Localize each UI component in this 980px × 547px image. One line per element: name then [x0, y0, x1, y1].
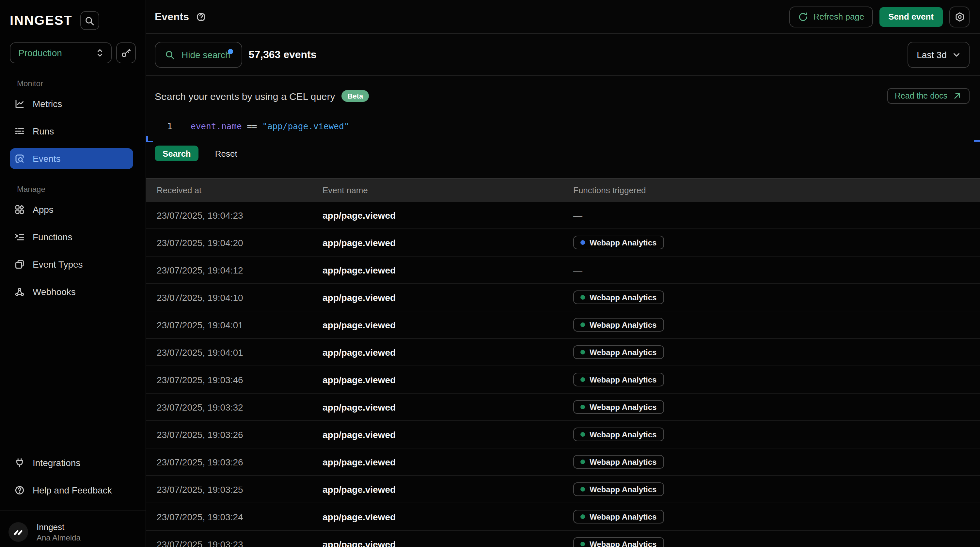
- sidebar-item-label: Integrations: [33, 458, 80, 468]
- page-header: Events Refresh page Send event: [146, 0, 980, 34]
- sidebar-item-events[interactable]: Events: [10, 148, 133, 169]
- send-event-button[interactable]: Send event: [879, 7, 943, 26]
- function-badge[interactable]: Webapp Analytics: [573, 318, 664, 332]
- table-row[interactable]: 23/07/2025, 19:03:26app/page.viewedWebap…: [146, 448, 980, 476]
- function-badge[interactable]: Webapp Analytics: [573, 455, 664, 469]
- table-row[interactable]: 23/07/2025, 19:04:10app/page.viewedWebap…: [146, 284, 980, 312]
- inngest-app: INNGEST Production MonitorMetricsRunsEve…: [0, 0, 980, 547]
- sidebar-logo-row: INNGEST: [0, 0, 146, 30]
- editor-focus-artifact-right: [974, 140, 980, 142]
- sidebar-item-help-and-feedback[interactable]: Help and Feedback: [10, 480, 133, 501]
- user-org: Inngest: [37, 522, 81, 532]
- table-row[interactable]: 23/07/2025, 19:04:01app/page.viewedWebap…: [146, 312, 980, 339]
- search-icon: [164, 49, 175, 60]
- table-row[interactable]: 23/07/2025, 19:03:46app/page.viewedWebap…: [146, 366, 980, 394]
- cell-functions-triggered: Webapp Analytics: [573, 482, 980, 496]
- sidebar-item-apps[interactable]: Apps: [10, 199, 133, 220]
- events-icon: [14, 153, 25, 164]
- function-badge[interactable]: Webapp Analytics: [573, 291, 664, 304]
- reset-button[interactable]: Reset: [215, 148, 237, 158]
- function-badge[interactable]: Webapp Analytics: [573, 235, 664, 250]
- sidebar-search-button[interactable]: [80, 11, 99, 30]
- environment-selector[interactable]: Production: [10, 43, 112, 63]
- runs-icon: [14, 126, 25, 137]
- cell-event-name: app/page.viewed: [323, 539, 573, 547]
- cell-received-at: 23/07/2025, 19:04:20: [157, 237, 323, 248]
- integrations-icon: [14, 458, 25, 468]
- sidebar-item-webhooks[interactable]: Webhooks: [10, 281, 133, 302]
- column-header-received-at: Received at: [157, 185, 323, 195]
- function-badge[interactable]: Webapp Analytics: [573, 373, 664, 386]
- help-icon: [14, 485, 25, 495]
- cell-functions-triggered: Webapp Analytics: [573, 345, 980, 359]
- function-name: Webapp Analytics: [590, 430, 657, 439]
- function-name: Webapp Analytics: [590, 512, 657, 521]
- time-range-selector[interactable]: Last 3d: [908, 41, 970, 68]
- cell-event-name: app/page.viewed: [323, 237, 573, 248]
- sidebar-item-label: Apps: [33, 204, 54, 215]
- refresh-page-label: Refresh page: [813, 12, 864, 22]
- cel-query-line[interactable]: event.name == "app/page.viewed": [191, 121, 349, 132]
- function-badge[interactable]: Webapp Analytics: [573, 400, 664, 414]
- function-badge[interactable]: Webapp Analytics: [573, 510, 664, 523]
- sidebar-item-event-types[interactable]: Event Types: [10, 254, 133, 275]
- function-status-dot-completed: [581, 542, 585, 546]
- read-the-docs-button[interactable]: Read the docs: [888, 88, 970, 104]
- editor-line-number: 1: [155, 121, 172, 132]
- avatar: [8, 522, 28, 542]
- function-badge[interactable]: Webapp Analytics: [573, 345, 664, 359]
- page-help-icon[interactable]: [196, 11, 207, 22]
- function-name: Webapp Analytics: [590, 348, 657, 357]
- sidebar-item-metrics[interactable]: Metrics: [10, 93, 133, 114]
- sidebar-item-functions[interactable]: Functions: [10, 226, 133, 247]
- cell-functions-triggered: Webapp Analytics: [573, 235, 980, 250]
- table-row[interactable]: 23/07/2025, 19:04:20app/page.viewedWebap…: [146, 229, 980, 256]
- hide-search-button[interactable]: Hide search: [155, 41, 242, 68]
- table-row[interactable]: 23/07/2025, 19:03:24app/page.viewedWebap…: [146, 503, 980, 531]
- sidebar-item-integrations[interactable]: Integrations: [10, 452, 133, 473]
- sidebar: INNGEST Production MonitorMetricsRunsEve…: [0, 0, 146, 547]
- refresh-page-button[interactable]: Refresh page: [789, 6, 873, 27]
- query-value-token: "app/page.viewed": [262, 121, 349, 131]
- query-operator-token: ==: [242, 121, 262, 131]
- settings-button[interactable]: [949, 6, 970, 27]
- cell-functions-triggered: Webapp Analytics: [573, 400, 980, 414]
- column-header-event-name: Event name: [323, 185, 573, 195]
- cell-received-at: 23/07/2025, 19:03:46: [157, 374, 323, 385]
- refresh-icon: [797, 11, 808, 22]
- table-row[interactable]: 23/07/2025, 19:04:12app/page.viewed—: [146, 256, 980, 284]
- read-the-docs-label: Read the docs: [895, 91, 947, 100]
- cell-event-name: app/page.viewed: [323, 292, 573, 302]
- function-badge[interactable]: Webapp Analytics: [573, 428, 664, 441]
- cell-event-name: app/page.viewed: [323, 347, 573, 358]
- cell-functions-triggered: Webapp Analytics: [573, 455, 980, 469]
- cell-functions-triggered: —: [573, 264, 980, 276]
- user-menu[interactable]: Inngest Ana Almeida: [0, 510, 146, 547]
- function-status-dot-running: [581, 240, 585, 245]
- gear-icon: [954, 11, 965, 22]
- function-status-dot-completed: [581, 405, 585, 409]
- table-row[interactable]: 23/07/2025, 19:03:26app/page.viewedWebap…: [146, 421, 980, 448]
- table-row[interactable]: 23/07/2025, 19:03:23app/page.viewedWebap…: [146, 531, 980, 547]
- table-row[interactable]: 23/07/2025, 19:04:01app/page.viewedWebap…: [146, 339, 980, 366]
- function-status-dot-completed: [581, 487, 585, 491]
- sidebar-item-label: Runs: [33, 126, 54, 137]
- cel-query-editor[interactable]: 1 event.name == "app/page.viewed": [146, 121, 980, 132]
- sidebar-item-runs[interactable]: Runs: [10, 121, 133, 142]
- function-badge[interactable]: Webapp Analytics: [573, 537, 664, 547]
- cell-event-name: app/page.viewed: [323, 484, 573, 495]
- event-keys-button[interactable]: [116, 43, 136, 63]
- table-row[interactable]: 23/07/2025, 19:03:25app/page.viewedWebap…: [146, 476, 980, 503]
- function-badge[interactable]: Webapp Analytics: [573, 482, 664, 496]
- arrow-up-right-icon: [952, 91, 963, 101]
- search-button[interactable]: Search: [155, 146, 199, 161]
- apps-icon: [14, 204, 25, 215]
- chevron-updown-icon: [95, 48, 105, 58]
- table-row[interactable]: 23/07/2025, 19:04:23app/page.viewed—: [146, 202, 980, 229]
- cell-event-name: app/page.viewed: [323, 511, 573, 522]
- function-name: Webapp Analytics: [590, 238, 657, 247]
- user-info: Inngest Ana Almeida: [37, 522, 81, 542]
- table-row[interactable]: 23/07/2025, 19:03:32app/page.viewedWebap…: [146, 394, 980, 421]
- cell-received-at: 23/07/2025, 19:03:32: [157, 402, 323, 412]
- beta-badge: Beta: [342, 90, 369, 102]
